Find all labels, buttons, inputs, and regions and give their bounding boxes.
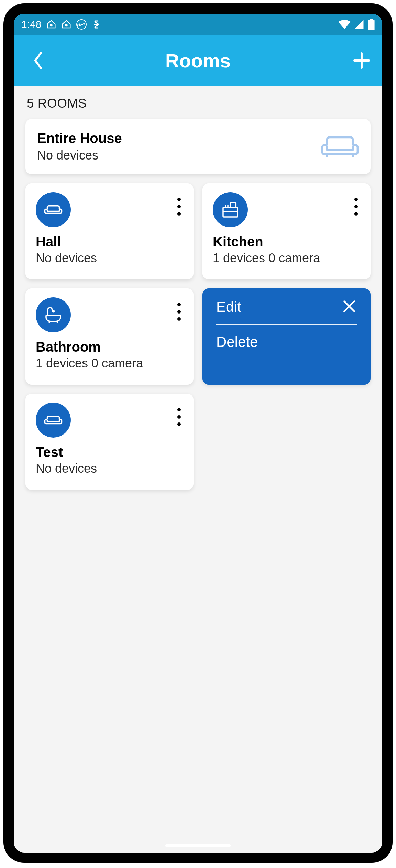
room-name: Bathroom — [36, 339, 183, 355]
room-menu-button[interactable] — [349, 196, 363, 218]
phone-frame: 1:48 BPL — [3, 3, 393, 863]
couch-icon — [36, 192, 71, 227]
room-card-bathroom[interactable]: Bathroom 1 devices 0 camera — [25, 288, 194, 385]
signal-icon — [354, 19, 364, 30]
phone-screen: 1:48 BPL — [14, 14, 382, 853]
status-home-icon-2 — [61, 19, 72, 30]
menu-divider — [216, 324, 357, 325]
svg-rect-4 — [223, 207, 238, 217]
status-time: 1:48 — [21, 19, 41, 30]
room-card-test[interactable]: Test No devices — [25, 394, 194, 490]
room-context-menu: Edit Delete — [202, 288, 371, 385]
couch-icon — [321, 134, 359, 160]
svg-point-0 — [51, 24, 52, 26]
kitchen-icon — [213, 192, 248, 227]
svg-rect-5 — [230, 202, 236, 207]
room-sub: No devices — [36, 251, 183, 265]
menu-delete-button[interactable]: Delete — [216, 325, 357, 350]
rooms-count-label: 5 ROOMS — [27, 96, 371, 111]
couch-icon — [36, 403, 71, 438]
bath-icon — [36, 297, 71, 332]
svg-rect-3 — [370, 19, 373, 21]
room-menu-button[interactable] — [172, 406, 186, 428]
svg-rect-2 — [368, 20, 374, 30]
entire-house-sub: No devices — [37, 148, 122, 163]
add-room-button[interactable] — [348, 35, 375, 86]
status-bar: 1:48 BPL — [14, 14, 382, 35]
app-bar: Rooms — [14, 35, 382, 86]
back-button[interactable] — [26, 35, 50, 86]
room-menu-button[interactable] — [172, 196, 186, 218]
status-strike-icon — [91, 19, 102, 30]
room-sub: No devices — [36, 461, 183, 476]
menu-edit-button[interactable]: Edit — [216, 299, 241, 315]
wifi-icon — [338, 19, 351, 30]
status-home-icon-1 — [46, 19, 56, 30]
room-card-hall[interactable]: Hall No devices — [25, 183, 194, 279]
svg-point-6 — [53, 310, 54, 312]
entire-house-name: Entire House — [37, 131, 122, 146]
page-title: Rooms — [14, 50, 382, 72]
room-sub: 1 devices 0 camera — [213, 251, 360, 265]
svg-point-1 — [66, 24, 67, 26]
home-indicator[interactable] — [165, 844, 231, 847]
room-sub: 1 devices 0 camera — [36, 356, 183, 371]
entire-house-card[interactable]: Entire House No devices — [25, 119, 371, 174]
room-name: Kitchen — [213, 234, 360, 250]
content-area: 5 ROOMS Entire House No devices — [14, 86, 382, 853]
status-bpl-icon: BPL — [76, 19, 87, 30]
battery-icon — [368, 19, 375, 30]
room-card-kitchen[interactable]: Kitchen 1 devices 0 camera — [202, 183, 371, 279]
room-name: Test — [36, 444, 183, 460]
room-menu-button[interactable] — [172, 301, 186, 323]
close-icon[interactable] — [342, 299, 357, 315]
room-name: Hall — [36, 234, 183, 250]
